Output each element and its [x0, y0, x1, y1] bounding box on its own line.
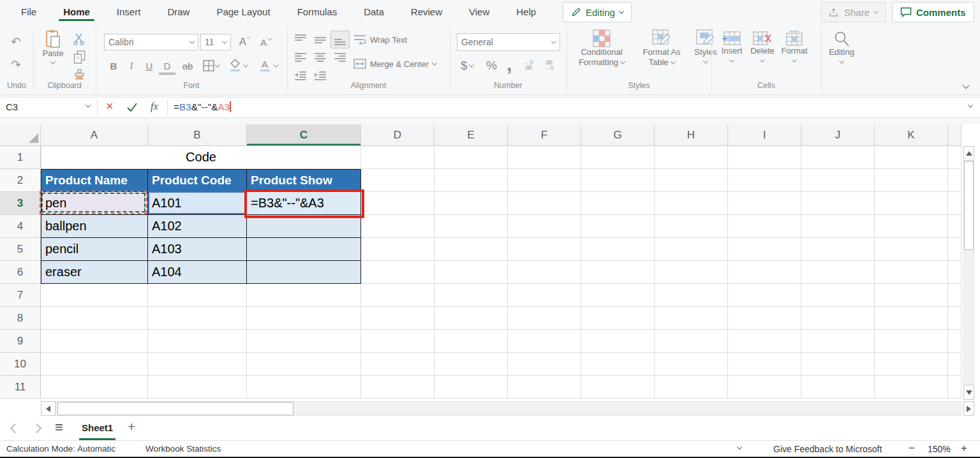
comma-format-button[interactable]: , [507, 54, 512, 75]
cell-i5[interactable] [728, 238, 801, 261]
copy-button[interactable] [70, 48, 88, 65]
scroll-down-button[interactable] [963, 385, 974, 400]
underline-button[interactable]: U [141, 57, 158, 74]
cell-h9[interactable] [655, 330, 728, 353]
cell-a6[interactable]: eraser [41, 261, 148, 284]
cell-a3[interactable]: pen [41, 192, 148, 215]
expand-formula-bar-chevron[interactable] [968, 102, 973, 107]
cell-k3[interactable] [875, 192, 948, 215]
col-header-g[interactable]: G [581, 124, 655, 146]
cell-d7[interactable] [361, 284, 434, 307]
sheet-tab-sheet1[interactable]: Sheet1 [79, 418, 115, 440]
share-button[interactable]: Share [820, 2, 886, 22]
tab-review[interactable]: Review [397, 1, 456, 22]
cell-partial-10[interactable] [948, 353, 961, 376]
cell-j9[interactable] [801, 330, 875, 353]
cell-k1[interactable] [875, 146, 948, 169]
cell-a8[interactable] [41, 307, 148, 330]
status-bar-chevron[interactable] [737, 444, 742, 449]
cell-b9[interactable] [148, 330, 247, 353]
vertical-scroll-thumb[interactable] [964, 161, 974, 250]
tab-help[interactable]: Help [503, 1, 549, 22]
add-sheet-button[interactable]: + [128, 419, 135, 434]
cell-f7[interactable] [508, 284, 581, 307]
cell-e5[interactable] [434, 238, 508, 261]
scroll-left-button[interactable] [41, 401, 56, 416]
cell-e8[interactable] [434, 307, 508, 330]
cell-f8[interactable] [508, 307, 581, 330]
cell-d4[interactable] [361, 215, 434, 238]
col-header-f[interactable]: F [508, 124, 581, 146]
cell-b7[interactable] [148, 284, 247, 307]
cell-g1[interactable] [581, 146, 655, 169]
calculation-mode-button[interactable]: Calculation Mode: Automatic [6, 444, 115, 454]
strikethrough-button[interactable]: ab [178, 57, 197, 74]
cell-a5[interactable]: pencil [41, 238, 148, 261]
cell-b5[interactable]: A103 [148, 238, 247, 261]
cell-k6[interactable] [875, 261, 948, 284]
borders-button[interactable] [200, 57, 217, 74]
cell-i2[interactable] [728, 169, 801, 192]
cell-e3[interactable] [434, 192, 508, 215]
align-middle-button[interactable] [311, 31, 330, 48]
cell-c10[interactable] [247, 353, 361, 376]
cell-i3[interactable] [728, 192, 801, 215]
cell-c6[interactable] [247, 261, 361, 284]
formula-input[interactable]: =B3&"--"&A3 [174, 101, 231, 112]
cell-e11[interactable] [434, 376, 508, 399]
shrink-font-button[interactable]: A [258, 34, 274, 50]
cell-a1-merged-title[interactable]: Code [41, 146, 361, 169]
cell-h5[interactable] [655, 238, 728, 261]
align-right-button[interactable] [330, 49, 350, 67]
format-cells-button[interactable]: Format [778, 31, 810, 63]
cell-i1[interactable] [728, 146, 801, 169]
row-header-4[interactable]: 4 [0, 215, 41, 238]
cell-d11[interactable] [361, 376, 434, 399]
paste-button[interactable]: Paste [38, 29, 68, 64]
name-box[interactable]: C3 [6, 101, 18, 112]
cell-j4[interactable] [801, 215, 875, 238]
col-header-h[interactable]: H [655, 124, 728, 146]
cell-k11[interactable] [875, 376, 948, 399]
cell-f1[interactable] [508, 146, 581, 169]
cell-h1[interactable] [655, 146, 728, 169]
currency-format-button[interactable]: $ [461, 59, 473, 73]
cell-j5[interactable] [801, 238, 875, 261]
cell-e2[interactable] [434, 169, 508, 192]
cell-f9[interactable] [508, 330, 581, 353]
cell-k10[interactable] [875, 353, 948, 376]
tab-home[interactable]: Home [50, 1, 103, 22]
zoom-in-button[interactable]: + [961, 442, 967, 455]
sheet-menu-icon[interactable]: ≡ [55, 419, 63, 436]
cell-partial-7[interactable] [948, 284, 961, 307]
cut-button[interactable] [70, 31, 88, 47]
cell-a7[interactable] [41, 284, 148, 307]
font-name-select[interactable]: Calibri [104, 34, 198, 50]
cell-f6[interactable] [508, 261, 581, 284]
cell-e6[interactable] [434, 261, 508, 284]
tab-data[interactable]: Data [350, 1, 397, 22]
cell-partial-8[interactable] [948, 307, 961, 330]
number-format-select[interactable]: General [457, 33, 560, 51]
cell-i7[interactable] [728, 284, 801, 307]
col-header-partial[interactable] [948, 124, 961, 146]
redo-button[interactable]: ↷ [7, 56, 25, 73]
fill-color-button[interactable] [227, 57, 244, 74]
row-header-6[interactable]: 6 [0, 261, 41, 284]
cell-k2[interactable] [875, 169, 948, 192]
cell-g9[interactable] [581, 330, 655, 353]
cell-b6[interactable]: A104 [148, 261, 247, 284]
cell-partial-9[interactable] [948, 330, 961, 353]
cell-e7[interactable] [434, 284, 508, 307]
cell-g5[interactable] [581, 238, 655, 261]
cell-d5[interactable] [361, 238, 434, 261]
scroll-up-button[interactable] [963, 146, 974, 161]
cell-b3[interactable]: A101 [148, 192, 247, 215]
cell-b11[interactable] [148, 376, 247, 399]
next-sheet-button[interactable] [32, 424, 42, 434]
tab-page-layout[interactable]: Page Layout [203, 1, 283, 22]
cell-b10[interactable] [148, 353, 247, 376]
editing-mode-button[interactable]: Editing [563, 2, 632, 22]
insert-cells-button[interactable]: Insert [717, 31, 746, 63]
cell-a4[interactable]: ballpen [41, 215, 148, 238]
